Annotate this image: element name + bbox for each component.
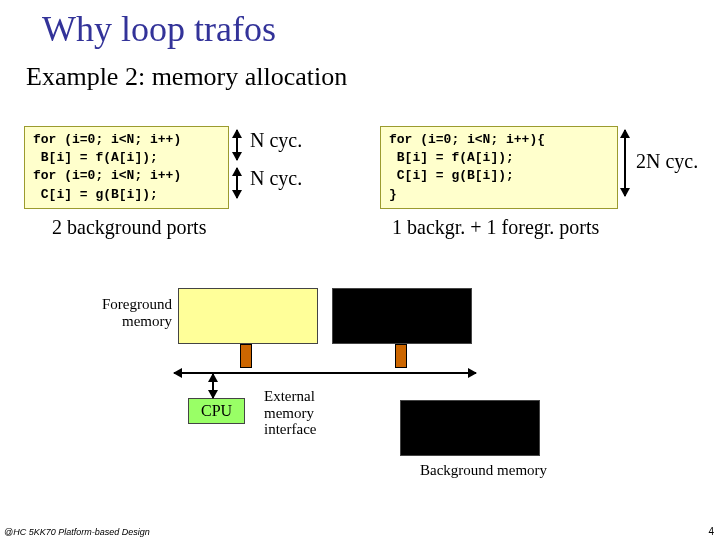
n-cyc-label-2: N cyc. [250,167,302,190]
code-block-left: for (i=0; i<N; i++) B[i] = f(A[i]); for … [24,126,229,209]
background-memory-box-top [332,288,472,344]
arrow-vertical-icon [236,130,238,160]
subtitle: Example 2: memory allocation [26,62,347,92]
ext-if-label: External memory interface [264,388,316,438]
arrow-vertical-icon [236,168,238,198]
cpu-box: CPU [188,398,245,424]
caption-left: 2 background ports [52,216,206,239]
caption-right: 1 backgr. + 1 foregr. ports [392,216,599,239]
connector-icon [240,344,252,368]
arrow-horizontal-icon [174,372,476,374]
foreground-memory-label: Foreground memory [94,296,172,329]
arrow-vertical-icon [624,130,626,196]
code-block-right: for (i=0; i<N; i++){ B[i] = f(A[i]); C[i… [380,126,618,209]
footer-text: @HC 5KK70 Platform-based Design [4,527,150,537]
n-cyc-label-1: N cyc. [250,129,302,152]
background-memory-box-bottom [400,400,540,456]
connector-icon [395,344,407,368]
page-number: 4 [708,526,714,537]
foreground-memory-box [178,288,318,344]
page-title: Why loop trafos [42,8,276,50]
2n-cyc-label: 2N cyc. [636,150,698,173]
arrow-vertical-icon [212,374,214,398]
background-memory-label: Background memory [420,462,547,479]
